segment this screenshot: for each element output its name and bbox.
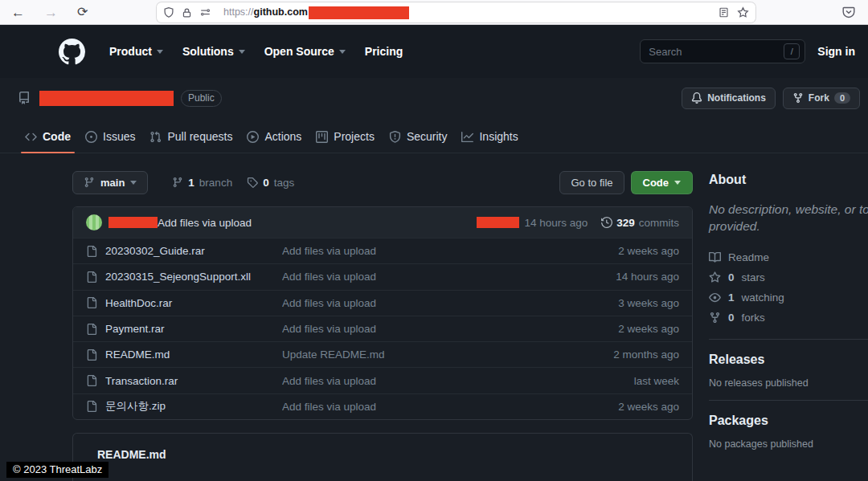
file-name[interactable]: 문의사항.zip <box>105 399 282 414</box>
fork-button[interactable]: Fork 0 <box>783 88 860 109</box>
shield-icon[interactable] <box>163 6 174 18</box>
code-dropdown-button[interactable]: Code <box>631 171 694 194</box>
nav-item-product[interactable]: Product <box>100 45 173 58</box>
repo-header: Public Notifications Fork 0 <box>18 87 860 109</box>
tab-code[interactable]: Code <box>18 120 78 153</box>
table-row[interactable]: 20230302_Guide.rar Add files via upload … <box>73 238 692 263</box>
packages-title[interactable]: Packages <box>709 414 868 428</box>
search-input[interactable] <box>649 46 784 58</box>
stars-link[interactable]: 0 stars <box>709 267 868 287</box>
file-commit-message[interactable]: Add files via upload <box>282 375 634 387</box>
table-row[interactable]: 문의사항.zip Add files via upload 2 weeks ag… <box>73 393 692 419</box>
sign-in-link[interactable]: Sign in <box>817 45 855 58</box>
forks-link[interactable]: 0 forks <box>709 308 868 328</box>
file-icon <box>86 349 97 361</box>
github-logo-icon[interactable] <box>59 39 85 65</box>
avatar[interactable] <box>86 214 102 230</box>
notifications-label: Notifications <box>707 92 766 104</box>
fork-count-badge: 0 <box>834 92 850 104</box>
chevron-down-icon <box>674 181 681 185</box>
file-commit-message[interactable]: Add files via upload <box>282 323 618 335</box>
nav-item-open-source[interactable]: Open Source <box>255 45 355 58</box>
chevron-down-icon <box>157 50 163 54</box>
slash-shortcut-key: / <box>784 43 800 59</box>
file-commit-message[interactable]: Add files via upload <box>282 245 618 257</box>
sidebar: About No description, website, or topics… <box>709 166 868 450</box>
file-name[interactable]: README.md <box>105 349 282 361</box>
notifications-button[interactable]: Notifications <box>682 88 776 109</box>
go-to-file-button[interactable]: Go to file <box>559 171 624 194</box>
tab-security[interactable]: Security <box>382 120 455 153</box>
tab-insights[interactable]: Insights <box>454 120 525 153</box>
commit-message[interactable]: Add files via upload <box>158 217 252 229</box>
file-age: 2 weeks ago <box>618 245 679 257</box>
reader-mode-icon[interactable] <box>719 6 729 18</box>
tag-count[interactable]: 0 tags <box>247 177 294 189</box>
file-commit-message[interactable]: Add files via upload <box>282 401 618 413</box>
file-age: 2 weeks ago <box>618 401 679 413</box>
readme-link-label: Readme <box>728 251 769 263</box>
tab-projects[interactable]: Projects <box>309 120 382 153</box>
file-commit-message[interactable]: Add files via upload <box>282 297 618 309</box>
sidebar-divider <box>709 400 868 401</box>
file-name[interactable]: Transaction.rar <box>105 375 282 387</box>
stars-label: stars <box>742 271 765 283</box>
browser-back-icon[interactable]: ← <box>11 6 25 19</box>
main-content: main 1 branch 0 tags Go to file Code <box>72 170 693 481</box>
about-title: About <box>709 166 868 187</box>
file-commit-message[interactable]: Update README.md <box>282 349 613 361</box>
browser-forward-icon[interactable]: → <box>44 6 58 19</box>
watching-link[interactable]: 1 watching <box>709 287 868 308</box>
code-icon <box>25 131 37 143</box>
fork-icon <box>709 312 721 324</box>
file-commit-message[interactable]: Add files via upload <box>282 271 616 283</box>
pull-request-icon <box>149 131 162 143</box>
history-icon <box>601 217 612 228</box>
tab-pull-requests[interactable]: Pull requests <box>142 120 240 153</box>
commit-count: 329 <box>616 217 635 229</box>
url-bar[interactable]: https://github.com <box>157 2 755 22</box>
table-row[interactable]: Payment.rar Add files via upload 2 weeks… <box>73 316 692 341</box>
permissions-icon[interactable] <box>199 7 211 18</box>
tag-count-value: 0 <box>263 177 269 189</box>
primary-nav: Product Solutions Open Source Pricing <box>100 45 412 58</box>
file-icon <box>86 401 97 412</box>
lock-icon[interactable] <box>182 7 192 18</box>
branch-count-value: 1 <box>188 177 194 189</box>
file-name[interactable]: HealthDoc.rar <box>105 297 282 309</box>
tab-label: Code <box>43 130 71 143</box>
commit-history-link[interactable]: 329 commits <box>601 217 679 229</box>
repo-actions: Notifications Fork 0 <box>682 88 860 109</box>
nav-item-solutions[interactable]: Solutions <box>173 45 255 58</box>
url-scheme: https:// <box>223 6 254 18</box>
file-icon <box>86 375 97 386</box>
releases-empty-text: No releases published <box>709 377 868 389</box>
file-name[interactable]: Payment.rar <box>105 323 282 335</box>
readme-title[interactable]: README.md <box>73 434 692 461</box>
tab-issues[interactable]: Issues <box>78 120 142 153</box>
branch-selector-button[interactable]: main <box>72 171 148 194</box>
header-search[interactable]: / <box>640 39 805 63</box>
nav-label: Pricing <box>365 45 403 58</box>
table-row[interactable]: Transaction.rar Add files via upload las… <box>73 367 692 393</box>
tab-actions[interactable]: Actions <box>240 120 309 153</box>
table-row[interactable]: README.md Update README.md 2 months ago <box>73 341 692 367</box>
tab-label: Projects <box>334 130 375 143</box>
repo-icon <box>18 92 31 104</box>
browser-refresh-icon[interactable]: ⟳ <box>77 6 88 18</box>
chevron-down-icon <box>339 50 346 54</box>
file-name[interactable]: 20230302_Guide.rar <box>105 245 282 257</box>
fork-icon <box>792 92 804 104</box>
table-row[interactable]: HealthDoc.rar Add files via upload 3 wee… <box>73 290 692 316</box>
branch-count[interactable]: 1 branch <box>172 177 232 189</box>
commit-time: 14 hours ago <box>524 217 588 229</box>
stars-count: 0 <box>728 271 735 283</box>
readme-link[interactable]: Readme <box>709 247 868 267</box>
table-row[interactable]: 20230315_SejeongSupport.xll Add files vi… <box>73 263 692 289</box>
current-branch: main <box>100 177 125 189</box>
releases-title[interactable]: Releases <box>709 353 868 367</box>
nav-item-pricing[interactable]: Pricing <box>355 45 412 58</box>
pocket-icon[interactable] <box>842 6 855 18</box>
bookmark-star-icon[interactable] <box>737 6 749 18</box>
file-name[interactable]: 20230315_SejeongSupport.xll <box>105 271 282 283</box>
